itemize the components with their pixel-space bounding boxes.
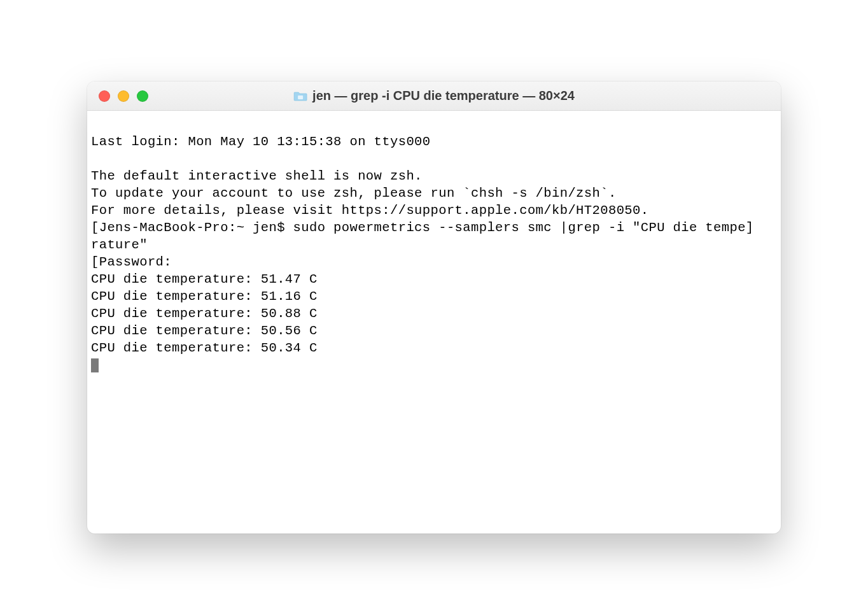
output-line-2: CPU die temperature: 51.16 C (91, 289, 318, 304)
terminal-content[interactable]: Last login: Mon May 10 13:15:38 on ttys0… (87, 111, 781, 534)
prompt-prefix: [Jens-MacBook-Pro:~ jen$ (91, 220, 293, 235)
minimize-button[interactable] (118, 90, 129, 102)
traffic-lights (99, 90, 148, 102)
output-line-5: CPU die temperature: 50.34 C (91, 341, 318, 355)
window-title-wrap: jen — grep -i CPU die temperature — 80×2… (293, 88, 575, 103)
prompt-line: [Jens-MacBook-Pro:~ jen$ sudo powermetri… (91, 220, 754, 252)
close-button[interactable] (99, 90, 110, 102)
cursor-icon (91, 358, 99, 372)
titlebar[interactable]: jen — grep -i CPU die temperature — 80×2… (87, 81, 781, 111)
password-label: [Password: (91, 255, 172, 269)
password-line: [Password: (91, 255, 172, 269)
folder-icon (293, 90, 307, 102)
zsh-notice-line-2: To update your account to use zsh, pleas… (91, 186, 617, 201)
output-line-4: CPU die temperature: 50.56 C (91, 323, 318, 338)
svg-rect-0 (298, 95, 303, 99)
maximize-button[interactable] (137, 90, 148, 102)
zsh-notice-line-1: The default interactive shell is now zsh… (91, 169, 423, 183)
output-line-1: CPU die temperature: 51.47 C (91, 272, 318, 286)
terminal-window: jen — grep -i CPU die temperature — 80×2… (87, 81, 781, 534)
output-line-3: CPU die temperature: 50.88 C (91, 306, 318, 321)
last-login-line: Last login: Mon May 10 13:15:38 on ttys0… (91, 134, 430, 149)
window-title: jen — grep -i CPU die temperature — 80×2… (312, 88, 575, 103)
zsh-notice-line-3: For more details, please visit https://s… (91, 203, 648, 218)
